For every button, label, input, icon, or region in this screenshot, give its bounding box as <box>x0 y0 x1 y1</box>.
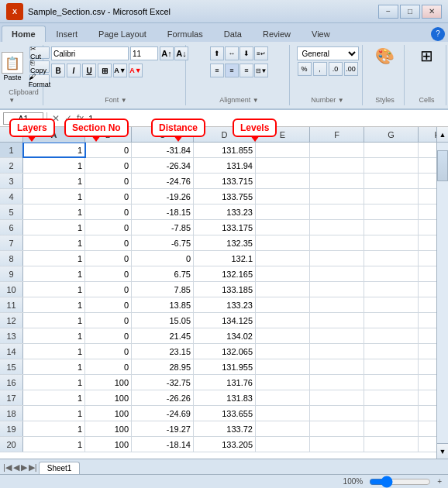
cell-h-16[interactable] <box>419 375 436 390</box>
cell-g-19[interactable] <box>364 421 419 436</box>
insert-function-icon[interactable]: fx <box>75 113 85 124</box>
cell-c-18[interactable]: -24.69 <box>132 406 194 421</box>
cell-d-2[interactable]: 131.94 <box>194 158 256 173</box>
cell-e-8[interactable] <box>256 251 310 266</box>
cell-g-15[interactable] <box>364 359 419 374</box>
scroll-down-button[interactable]: ▼ <box>437 443 448 459</box>
minimize-button[interactable]: − <box>378 5 398 19</box>
cell-e-16[interactable] <box>256 375 310 390</box>
font-name-input[interactable] <box>51 46 129 60</box>
table-row[interactable]: 20 1 100 -18.14 133.205 <box>0 437 436 452</box>
cell-a-1[interactable]: 1 <box>23 143 85 157</box>
cell-a-2[interactable]: 1 <box>23 158 85 173</box>
col-header-d[interactable]: D <box>194 127 256 143</box>
close-button[interactable]: ✕ <box>422 5 442 19</box>
cell-c-13[interactable]: 21.45 <box>132 328 194 343</box>
number-format-select[interactable]: General Number Currency <box>297 46 359 60</box>
table-row[interactable]: 11 1 0 13.85 133.23 <box>0 297 436 313</box>
align-top-button[interactable]: ⬆ <box>210 46 224 60</box>
cell-f-18[interactable] <box>310 406 364 421</box>
cell-e-3[interactable] <box>256 174 310 188</box>
cell-b-15[interactable]: 0 <box>85 359 132 374</box>
cell-e-1[interactable] <box>256 143 310 157</box>
cell-f-14[interactable] <box>310 344 364 359</box>
table-row[interactable]: 15 1 0 28.95 131.955 <box>0 359 436 375</box>
cell-b-5[interactable]: 0 <box>85 204 132 219</box>
cell-e-15[interactable] <box>256 359 310 374</box>
cell-b-7[interactable]: 0 <box>85 235 132 250</box>
cell-g-16[interactable] <box>364 375 419 390</box>
cell-f-19[interactable] <box>310 421 364 436</box>
cell-d-11[interactable]: 133.23 <box>194 297 256 312</box>
increase-decimal-button[interactable]: .00 <box>344 62 358 76</box>
formula-input[interactable] <box>88 114 445 123</box>
cell-b-3[interactable]: 0 <box>85 174 132 188</box>
cell-c-6[interactable]: -7.85 <box>132 220 194 235</box>
cell-b-16[interactable]: 100 <box>85 375 132 390</box>
tab-pagelayout[interactable]: Page Layout <box>88 26 157 42</box>
cell-f-3[interactable] <box>310 174 364 188</box>
tab-data[interactable]: Data <box>214 26 252 42</box>
col-header-h[interactable]: H <box>419 127 436 143</box>
cell-f-9[interactable] <box>310 266 364 281</box>
table-row[interactable]: 17 1 100 -26.26 131.83 <box>0 390 436 406</box>
cell-g-14[interactable] <box>364 344 419 359</box>
cell-b-6[interactable]: 0 <box>85 220 132 235</box>
cell-h-4[interactable] <box>419 189 436 204</box>
scroll-thumb[interactable] <box>437 150 448 181</box>
cell-g-4[interactable] <box>364 189 419 204</box>
cell-c-17[interactable]: -26.26 <box>132 390 194 405</box>
scroll-track[interactable] <box>437 143 448 443</box>
cell-c-8[interactable]: 0 <box>132 251 194 266</box>
cell-f-20[interactable] <box>310 437 364 452</box>
cell-d-3[interactable]: 133.715 <box>194 174 256 188</box>
zoom-in-button[interactable]: + <box>437 477 442 486</box>
cell-d-7[interactable]: 132.35 <box>194 235 256 250</box>
cell-d-19[interactable]: 133.72 <box>194 421 256 436</box>
cell-a-7[interactable]: 1 <box>23 235 85 250</box>
cell-h-8[interactable] <box>419 251 436 266</box>
cell-d-9[interactable]: 132.165 <box>194 266 256 281</box>
cell-h-14[interactable] <box>419 344 436 359</box>
cell-g-1[interactable] <box>364 143 419 157</box>
cell-c-9[interactable]: 6.75 <box>132 266 194 281</box>
cell-d-6[interactable]: 133.175 <box>194 220 256 235</box>
vertical-scrollbar[interactable]: ▲ ▼ <box>436 127 448 459</box>
tab-view[interactable]: View <box>302 26 340 42</box>
border-button[interactable]: ⊞ <box>98 64 112 77</box>
cell-g-12[interactable] <box>364 313 419 328</box>
cell-c-15[interactable]: 28.95 <box>132 359 194 374</box>
table-row[interactable]: 4 1 0 -19.26 133.755 <box>0 189 436 204</box>
cell-b-20[interactable]: 100 <box>85 437 132 452</box>
cell-h-19[interactable] <box>419 421 436 436</box>
cell-a-13[interactable]: 1 <box>23 328 85 343</box>
cell-h-17[interactable] <box>419 390 436 405</box>
cell-a-19[interactable]: 1 <box>23 421 85 436</box>
cell-g-3[interactable] <box>364 174 419 188</box>
cell-b-8[interactable]: 0 <box>85 251 132 266</box>
cell-c-20[interactable]: -18.14 <box>132 437 194 452</box>
cell-f-7[interactable] <box>310 235 364 250</box>
cell-b-4[interactable]: 0 <box>85 189 132 204</box>
cell-d-8[interactable]: 132.1 <box>194 251 256 266</box>
cell-g-2[interactable] <box>364 158 419 173</box>
cell-f-12[interactable] <box>310 313 364 328</box>
tab-formulas[interactable]: Formulas <box>157 26 213 42</box>
cancel-formula-icon[interactable]: ✕ <box>50 113 61 124</box>
table-row[interactable]: 7 1 0 -6.75 132.35 <box>0 235 436 251</box>
cell-h-11[interactable] <box>419 297 436 312</box>
table-row[interactable]: 18 1 100 -24.69 133.655 <box>0 406 436 421</box>
cell-f-4[interactable] <box>310 189 364 204</box>
cell-c-1[interactable]: -31.84 <box>132 143 194 157</box>
cell-f-6[interactable] <box>310 220 364 235</box>
cell-e-19[interactable] <box>256 421 310 436</box>
table-row[interactable]: 9 1 0 6.75 132.165 <box>0 266 436 282</box>
merge-button[interactable]: ⊟▼ <box>254 64 268 77</box>
cell-e-10[interactable] <box>256 282 310 297</box>
cell-reference-input[interactable] <box>3 112 43 125</box>
cell-h-3[interactable] <box>419 174 436 188</box>
sheet-tab-1[interactable]: Sheet1 <box>39 462 81 474</box>
align-bottom-button[interactable]: ⬇ <box>240 46 253 60</box>
cell-c-3[interactable]: -24.76 <box>132 174 194 188</box>
fill-color-button[interactable]: A▼ <box>113 64 127 77</box>
